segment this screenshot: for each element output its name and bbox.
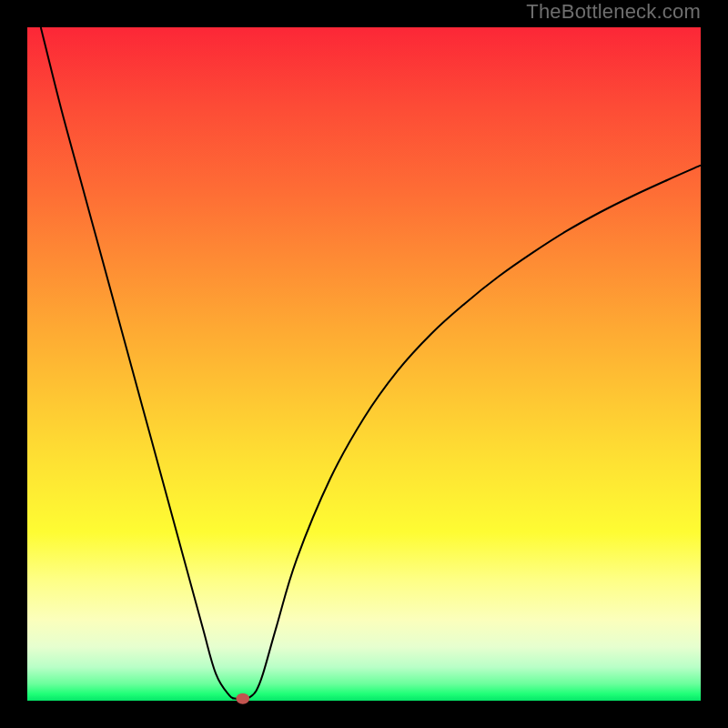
- minimum-marker: [236, 693, 249, 704]
- watermark-text: TheBottleneck.com: [526, 0, 701, 24]
- plot-area: [27, 27, 701, 701]
- chart-frame: TheBottleneck.com: [0, 0, 728, 728]
- bottleneck-curve: [41, 27, 701, 699]
- curve-svg: [27, 27, 701, 701]
